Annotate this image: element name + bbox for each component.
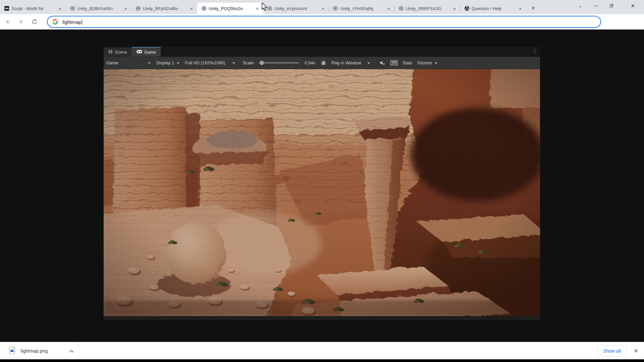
new-tab-button[interactable]: + bbox=[529, 3, 538, 13]
unity-tab-game[interactable]: Game bbox=[132, 47, 161, 57]
tab-unity-3[interactable]: Unity_eVpmnAm × bbox=[263, 3, 329, 14]
tab-close-icon[interactable]: × bbox=[451, 5, 458, 11]
tab-title: Unity_5fWtFSzUG bbox=[406, 6, 449, 11]
scene-grid-icon bbox=[108, 50, 113, 55]
chevron-down-icon bbox=[435, 62, 437, 64]
unity-game-panel: Scene Game ⋮ Game Display 1 Full HD (192… bbox=[104, 47, 540, 320]
scale-value: 0.54x bbox=[305, 60, 315, 65]
tab-unity-5[interactable]: Unity_5fWtFSzUG × bbox=[394, 3, 460, 14]
omnibox[interactable]: lightmap bbox=[47, 16, 601, 28]
tab-title: Unity_BFpN2v46s bbox=[143, 6, 186, 11]
gizmos-label: Gizmos bbox=[417, 60, 432, 65]
browser-tab-strip: Script - ModIt for × Unity_B28bYuKKn × U… bbox=[0, 0, 644, 14]
chevron-down-icon bbox=[148, 62, 151, 64]
browser-toolbar: lightmap ⋮ bbox=[0, 14, 644, 29]
tab-unity-4[interactable]: Unity_rYm50sj9q × bbox=[329, 3, 394, 14]
chevron-up-icon[interactable] bbox=[69, 348, 74, 354]
tab-close-icon[interactable]: × bbox=[320, 5, 326, 11]
play-mode-dropdown[interactable]: Play in Window bbox=[329, 57, 373, 69]
omnibox-text[interactable]: lightmap bbox=[62, 19, 82, 25]
tab-script-modit[interactable]: Script - ModIt for × bbox=[0, 3, 66, 14]
divider bbox=[78, 343, 79, 359]
download-filename: lightmap.png bbox=[21, 348, 48, 354]
dropdown-label: Game bbox=[106, 60, 145, 65]
tab-unity-active[interactable]: Unity_POQ5bo2e × bbox=[197, 3, 263, 14]
tab-close-icon[interactable]: × bbox=[517, 5, 523, 11]
tab-title: Question / Help bbox=[472, 6, 515, 11]
window-close-button[interactable]: ✕ bbox=[625, 0, 641, 11]
tab-unity-1[interactable]: Unity_B28bYuKKn × bbox=[66, 3, 131, 14]
page-content: Scene Game ⋮ Game Display 1 Full HD (192… bbox=[0, 29, 644, 342]
globe-icon bbox=[70, 6, 75, 11]
unity-panel-footer bbox=[104, 316, 540, 320]
globe-icon bbox=[398, 6, 404, 11]
mute-audio-icon[interactable] bbox=[377, 57, 388, 69]
window-minimize-button[interactable] bbox=[588, 0, 604, 11]
chevron-down-icon bbox=[177, 62, 179, 64]
scale-label: Scale bbox=[243, 60, 254, 65]
tab-close-icon[interactable]: × bbox=[386, 5, 392, 11]
image-file-icon bbox=[9, 346, 15, 356]
tab-close-icon[interactable]: × bbox=[57, 5, 63, 11]
debug-bug-icon[interactable] bbox=[318, 57, 329, 69]
tab-unity-2[interactable]: Unity_BFpN2v46s × bbox=[131, 3, 197, 14]
forward-icon[interactable] bbox=[15, 16, 27, 27]
globe-icon bbox=[201, 6, 207, 11]
tab-title: Unity_rYm50sj9q bbox=[340, 6, 384, 11]
mouse-cursor bbox=[261, 3, 268, 13]
obs-logo-icon bbox=[464, 6, 470, 11]
unity-tab-bar: Scene Game ⋮ bbox=[104, 47, 540, 57]
download-bar-close-icon[interactable]: ✕ bbox=[632, 347, 640, 355]
unity-tab-label: Game bbox=[144, 50, 156, 55]
tab-question-help[interactable]: Question / Help × bbox=[460, 3, 526, 14]
unity-game-toolbar: Game Display 1 Full HD (644x362) Scale… bbox=[104, 57, 540, 69]
bottom-edge-strip bbox=[0, 359, 644, 362]
unity-tab-label: Scene bbox=[115, 50, 127, 55]
display-dropdown[interactable]: Display 1 bbox=[154, 57, 182, 69]
globe-icon bbox=[136, 6, 141, 11]
scale-slider-knob[interactable] bbox=[260, 61, 264, 65]
dropdown-label: Play in Window bbox=[331, 60, 361, 65]
game-target-dropdown[interactable]: Game bbox=[104, 57, 153, 69]
google-logo-icon bbox=[52, 19, 58, 25]
dropdown-label: Full HD (644x362) bbox=[185, 60, 225, 65]
tab-title: Script - ModIt for bbox=[11, 6, 55, 11]
dropdown-label: Display 1 bbox=[156, 60, 174, 65]
game-view-image bbox=[104, 69, 540, 316]
reload-icon[interactable] bbox=[29, 16, 40, 27]
show-all-downloads-button[interactable]: Show all bbox=[597, 346, 627, 356]
stats-label: Stats bbox=[402, 60, 413, 65]
scale-slider[interactable] bbox=[259, 62, 299, 63]
script-file-icon bbox=[4, 6, 9, 11]
window-restore-button[interactable] bbox=[604, 0, 619, 11]
back-icon[interactable] bbox=[2, 16, 13, 27]
text-caret bbox=[82, 19, 82, 25]
tab-close-icon[interactable]: × bbox=[123, 5, 129, 11]
tab-close-icon[interactable]: × bbox=[254, 5, 260, 11]
scale-control: Scale 0.54x bbox=[240, 57, 318, 69]
tab-title: Unity_eVpmnAm bbox=[274, 6, 318, 11]
chevron-down-icon bbox=[367, 62, 370, 64]
stats-button[interactable]: Stats bbox=[400, 57, 415, 69]
tab-close-icon[interactable]: × bbox=[189, 5, 195, 11]
tab-title: Unity_POQ5bo2e bbox=[209, 6, 252, 11]
resolution-dropdown[interactable]: Full HD (644x362) bbox=[182, 57, 238, 69]
keyboard-grid-icon[interactable] bbox=[388, 57, 400, 69]
download-bar: lightmap.png Show all ✕ bbox=[0, 342, 644, 359]
gizmos-dropdown[interactable]: Gizmos bbox=[415, 57, 440, 69]
tab-search-chevron-icon[interactable]: ⌄ bbox=[574, 0, 587, 11]
globe-icon bbox=[333, 6, 338, 11]
chevron-down-icon bbox=[232, 62, 235, 64]
tab-title: Unity_B28bYuKKn bbox=[77, 6, 121, 11]
gamepad-icon bbox=[137, 50, 142, 55]
download-item[interactable]: lightmap.png bbox=[0, 342, 78, 359]
unity-tab-scene[interactable]: Scene bbox=[104, 48, 132, 57]
unity-panel-menu-icon[interactable]: ⋮ bbox=[532, 48, 537, 54]
